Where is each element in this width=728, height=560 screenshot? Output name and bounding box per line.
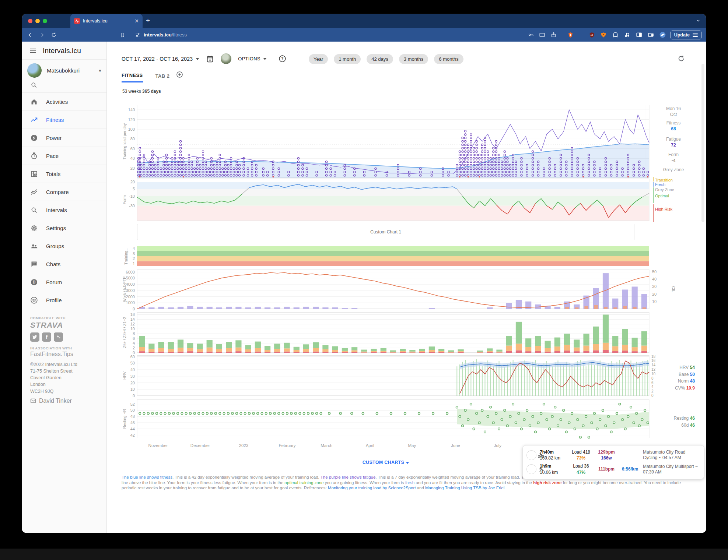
sidebar-item-activities[interactable]: Activities [22, 93, 106, 111]
sidebar-item-compare[interactable]: Compare [22, 183, 106, 201]
svg-text:Training...: Training... [124, 247, 128, 264]
sidebar-footer: ©2022 Intervals.icu Ltd71-75 Shelton Str… [22, 358, 106, 395]
sidebar-item-profile[interactable]: Profile [22, 291, 106, 309]
sidebar-item-settings[interactable]: Settings [22, 219, 106, 237]
svg-text:10: 10 [130, 387, 135, 391]
form-zone-bar [653, 182, 654, 187]
brave-shields-icon[interactable] [567, 32, 574, 38]
tab-list-chevron-icon[interactable] [696, 18, 701, 23]
svg-text:10: 10 [652, 299, 657, 304]
fastfitness-link[interactable]: FastFitness.Tips [30, 351, 106, 358]
site-favicon-icon [74, 18, 80, 24]
sidebar-item-intervals[interactable]: Intervals [22, 201, 106, 219]
back-button[interactable] [27, 32, 33, 38]
runner-icon [526, 464, 536, 474]
svg-text:100: 100 [128, 127, 135, 131]
svg-text:April: April [366, 443, 374, 448]
strava-icon[interactable] [54, 332, 63, 342]
sidebar-item-pace[interactable]: Pace [22, 147, 106, 165]
form-zone-bar [653, 187, 654, 203]
browser-tab[interactable]: Intervals.icu ✕ [70, 14, 143, 28]
custom-chart-1[interactable]: Custom Chart 1 [137, 224, 634, 240]
svg-text:16: 16 [651, 359, 656, 363]
sidebar-toggle-icon[interactable] [636, 31, 643, 38]
twitter-icon[interactable] [30, 332, 39, 342]
svg-text:16: 16 [130, 312, 135, 317]
svg-text:December: December [190, 443, 210, 448]
sidebar-item-totals[interactable]: Totals [22, 165, 106, 183]
cast-icon[interactable] [539, 32, 545, 38]
sidebar-item-fitness[interactable]: Fitness [22, 111, 106, 129]
custom-charts-caret-icon [406, 462, 409, 464]
traffic-lights [28, 19, 47, 23]
facebook-icon[interactable]: f [42, 332, 51, 342]
svg-text:-30: -30 [129, 204, 135, 208]
svg-text:CIL: CIL [671, 286, 676, 292]
sidebar-item-label: Profile [46, 297, 62, 303]
sidebar-search-button[interactable] [22, 78, 106, 93]
scrollbar[interactable] [701, 64, 704, 222]
profile-icon [30, 296, 38, 304]
sidebar-item-forum[interactable]: DForum [22, 273, 106, 291]
strava-logo: STRAVA [30, 321, 106, 330]
ublock-icon[interactable]: uO [588, 31, 595, 38]
share-icon[interactable] [550, 32, 557, 38]
key-icon[interactable] [528, 32, 534, 38]
user-name: Matsubokkuri [47, 67, 98, 74]
svg-text:30: 30 [652, 284, 657, 289]
strava-block: COMPATIBLE WITH STRAVA f IN ASSOCIATION … [22, 309, 106, 358]
sidebar-item-power[interactable]: Power [22, 129, 106, 147]
hrv-chart: 0102030405060HRV024681012141618 [122, 355, 696, 396]
window-minimize-button[interactable] [35, 19, 40, 23]
window-zoom-button[interactable] [43, 19, 47, 23]
update-button[interactable]: Update [671, 31, 701, 39]
search-icon [30, 206, 38, 214]
power-icon [30, 134, 38, 142]
resting-hr-chart: 424446485052Resting HR [122, 399, 696, 438]
fitness-chart: 20406080100120140Training load per day [122, 105, 696, 178]
window-close-button[interactable] [28, 19, 32, 23]
contact-link[interactable]: David Tinker [22, 398, 106, 404]
tooltip-activity-row[interactable]: 7h40m169.82 km Load 41873% 129bpm166w Ma… [526, 448, 700, 462]
bookmark-icon[interactable] [120, 32, 125, 38]
svg-text:2: 2 [133, 346, 135, 350]
hamburger-menu-icon[interactable] [30, 47, 36, 54]
music-icon[interactable] [624, 31, 631, 38]
form-zone-bar [653, 177, 654, 182]
tooltip-activity-row[interactable]: 1h9m10.06 km Load 3647% 111bpm 6:56/km M… [526, 462, 700, 476]
tab-title: Intervals.icu [83, 18, 132, 24]
svg-text:12: 12 [130, 322, 135, 326]
new-tab-button[interactable]: + [146, 17, 150, 25]
browser-menu-icon[interactable] [693, 32, 698, 38]
metamask-icon[interactable] [600, 31, 607, 38]
forward-button[interactable] [39, 32, 45, 38]
svg-text:20: 20 [130, 166, 135, 170]
svg-text:D: D [33, 280, 36, 284]
blue-orb-icon[interactable] [659, 31, 666, 38]
sidebar-item-chats[interactable]: Chats [22, 255, 106, 273]
url-field[interactable]: intervals.icu/fitness [135, 32, 528, 38]
activity-tooltip: 7h40m169.82 km Load 41873% 129bpm166w Ma… [522, 445, 704, 479]
wallet-icon[interactable] [647, 31, 654, 38]
site-settings-icon[interactable] [135, 32, 141, 38]
sidebar-item-label: Fitness [46, 117, 64, 123]
svg-text:44: 44 [130, 427, 135, 431]
form-zone-label: Transition [655, 178, 673, 182]
user-menu[interactable]: Matsubokkuri ▼ [22, 60, 106, 78]
svg-text:48: 48 [130, 414, 135, 419]
user-caret-icon: ▼ [98, 68, 102, 73]
svg-text:14: 14 [130, 317, 135, 321]
tab-close-icon[interactable]: ✕ [134, 18, 139, 24]
browser-window: Intervals.icu ✕ + intervals.icu/fitness [22, 14, 706, 533]
ghost-icon[interactable] [612, 31, 619, 38]
sidebar-item-label: Settings [46, 225, 66, 231]
tab-strip: Intervals.icu ✕ + [22, 14, 706, 28]
form-zone-label: Grey Zone [655, 188, 674, 192]
work-chart: 0100020003000400050006000Work / kJ>FTP10… [122, 270, 696, 309]
reload-button[interactable] [51, 32, 57, 38]
svg-text:18: 18 [651, 355, 656, 359]
sidebar-item-groups[interactable]: Groups [22, 237, 106, 255]
sidebar-item-label: Chats [46, 261, 60, 267]
sidebar-item-label: Activities [46, 99, 68, 105]
svg-text:June: June [451, 443, 460, 448]
